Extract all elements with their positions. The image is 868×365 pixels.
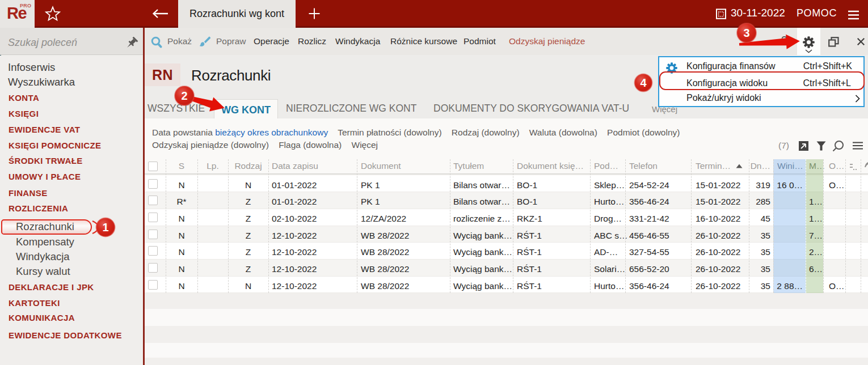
svg-text:2: 2: [181, 90, 187, 102]
svg-text:4: 4: [640, 77, 647, 89]
svg-text:3: 3: [743, 27, 749, 39]
svg-text:1: 1: [102, 221, 108, 234]
